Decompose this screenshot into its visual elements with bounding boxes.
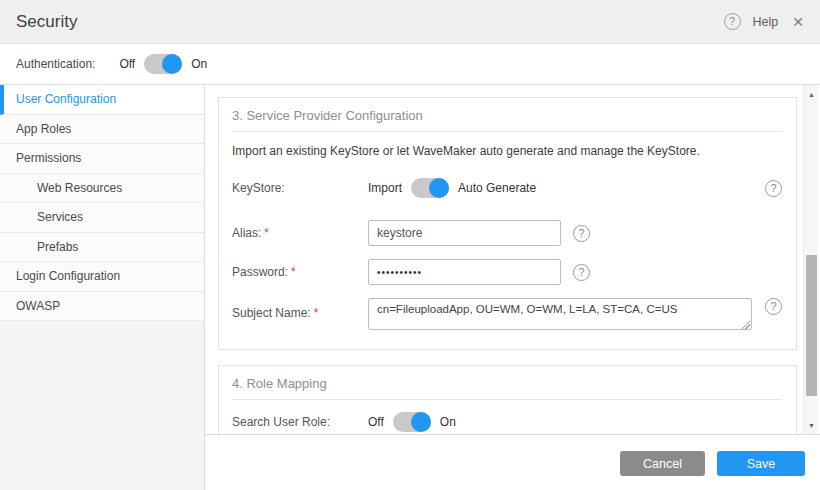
help-icon[interactable]: ? [724,13,741,30]
body: User Configuration App Roles Permissions… [0,85,820,490]
sidebar-item-label: Prefabs [37,240,78,254]
sidebar-item-label: OWASP [16,299,60,313]
vertical-scrollbar[interactable]: ▲ ▼ [803,85,818,434]
password-input[interactable] [368,259,561,285]
sidebar-item-label: User Configuration [16,92,116,106]
header-actions: ? Help ✕ [724,13,806,30]
required-marker: * [264,226,269,240]
search-user-role-on-label: On [440,415,456,429]
required-marker: * [291,265,296,279]
subject-name-label: Subject Name:* [232,298,368,320]
sidebar-item-permissions[interactable]: Permissions [0,144,204,174]
toggle-knob [162,54,182,74]
sidebar-item-label: App Roles [16,122,71,136]
alias-input[interactable] [368,220,561,246]
toggle-knob [411,412,431,432]
sidebar: User Configuration App Roles Permissions… [0,85,205,490]
sidebar-item-user-configuration[interactable]: User Configuration [0,85,204,115]
main-content: 3. Service Provider Configuration Import… [205,85,820,490]
required-marker: * [314,306,319,320]
header: Security ? Help ✕ [0,0,820,44]
divider [232,131,782,132]
keystore-toggle[interactable] [411,178,449,198]
sidebar-item-label: Login Configuration [16,269,120,283]
sidebar-item-prefabs[interactable]: Prefabs [0,233,204,263]
authentication-toggle[interactable] [144,54,182,74]
divider [232,399,782,400]
sidebar-item-label: Services [37,210,83,224]
sidebar-item-services[interactable]: Services [0,203,204,233]
search-user-role-toggle-group: Off On [368,412,456,432]
sidebar-item-app-roles[interactable]: App Roles [0,115,204,145]
subject-name-row: Subject Name:* cn=FileuploadApp, OU=WM, … [232,298,782,333]
keystore-description: Import an existing KeyStore or let WaveM… [232,144,782,158]
search-user-role-toggle[interactable] [393,412,431,432]
authentication-toggle-group: Off On [119,54,207,74]
authentication-off-label: Off [119,57,135,71]
subject-name-field-wrap: cn=FileuploadApp, OU=WM, O=WM, L=LA, ST=… [368,298,752,333]
scroll-area: 3. Service Provider Configuration Import… [205,85,820,434]
close-icon[interactable]: ✕ [790,14,806,30]
keystore-toggle-group: Import Auto Generate [368,178,536,198]
scroll-up-icon[interactable]: ▲ [804,87,819,101]
subject-name-help-icon[interactable]: ? [765,298,782,315]
keystore-help-icon[interactable]: ? [765,180,782,197]
role-mapping-card: 4. Role Mapping Search User Role: Off On [218,365,797,434]
page-title: Security [16,12,77,32]
scroll-down-icon[interactable]: ▼ [804,418,819,432]
service-provider-configuration-card: 3. Service Provider Configuration Import… [218,97,797,350]
section-title-service-provider: 3. Service Provider Configuration [232,108,782,123]
sidebar-item-web-resources[interactable]: Web Resources [0,174,204,204]
sidebar-item-owasp[interactable]: OWASP [0,292,204,322]
search-user-role-label: Search User Role: [232,415,368,429]
authentication-on-label: On [191,57,207,71]
cancel-button[interactable]: Cancel [620,451,705,476]
authentication-bar: Authentication: Off On [0,44,820,85]
password-help-icon[interactable]: ? [573,264,590,281]
save-button[interactable]: Save [717,451,805,476]
sidebar-item-label: Web Resources [37,181,122,195]
alias-label: Alias:* [232,226,368,240]
keystore-label: KeyStore: [232,181,368,195]
alias-row: Alias:* ? [232,220,782,246]
security-dialog: Security ? Help ✕ Authentication: Off On… [0,0,820,490]
keystore-row: KeyStore: Import Auto Generate ? [232,178,782,198]
scrollbar-thumb[interactable] [806,255,817,396]
section-title-role-mapping: 4. Role Mapping [232,376,782,391]
keystore-auto-generate-label: Auto Generate [458,181,536,195]
footer: Cancel Save [205,434,820,490]
toggle-knob [429,178,449,198]
search-user-role-row: Search User Role: Off On [232,412,782,432]
alias-help-icon[interactable]: ? [573,225,590,242]
authentication-label: Authentication: [16,57,95,71]
keystore-import-label: Import [368,181,402,195]
subject-name-textarea[interactable]: cn=FileuploadApp, OU=WM, O=WM, L=LA, ST=… [368,298,752,330]
search-user-role-off-label: Off [368,415,384,429]
sidebar-item-label: Permissions [16,151,81,165]
password-label: Password:* [232,265,368,279]
help-link[interactable]: Help [753,15,779,29]
sidebar-item-login-configuration[interactable]: Login Configuration [0,262,204,292]
password-row: Password:* ? [232,259,782,285]
